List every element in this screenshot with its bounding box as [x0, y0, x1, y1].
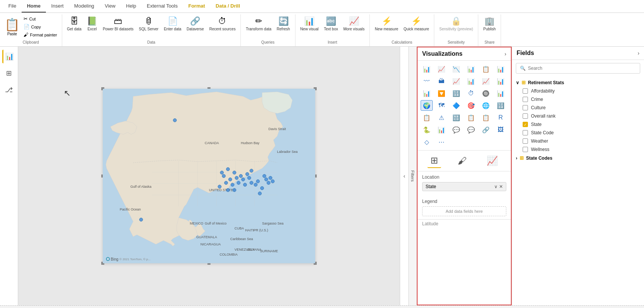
field-group-header-retirement-stats[interactable]: ∨⊞Retirement Stats — [512, 78, 644, 87]
viz-icon-smart-narrative[interactable]: 📊 — [435, 124, 448, 135]
viz-panel-chevron[interactable]: › — [504, 51, 506, 57]
viz-icon-python[interactable]: 🐍 — [421, 124, 433, 135]
viz-icon-map[interactable]: 🌍 — [421, 100, 433, 111]
tab-view[interactable]: View — [99, 0, 121, 13]
viz-icon-area[interactable]: 📉 — [450, 64, 462, 74]
viz-icon-area2[interactable]: 🏔 — [435, 76, 448, 86]
field-item-affordability[interactable]: Affordability — [512, 87, 644, 95]
viz-icon-funnel[interactable]: 📊 — [465, 76, 477, 86]
sidebar-icon-data-view[interactable]: ⊞ — [2, 66, 16, 80]
state-field-pill[interactable]: State ∨ ✕ — [422, 182, 506, 191]
viz-format-tab[interactable]: 🖌 — [455, 154, 470, 168]
field-item-weather[interactable]: Weather — [512, 137, 644, 145]
sensitivity-button[interactable]: 🔒 Sensitivity (preview) — [437, 15, 475, 33]
viz-icon-card[interactable]: 🔢 — [495, 100, 507, 111]
tab-file[interactable]: File — [3, 0, 22, 13]
tab-home[interactable]: Home — [22, 0, 46, 13]
field-item-culture[interactable]: Culture — [512, 104, 644, 112]
more-visuals-button[interactable]: 📈 More visuals — [341, 15, 366, 33]
viz-fields-tab[interactable]: ⊞ — [427, 154, 441, 168]
format-painter-button[interactable]: 🖌 Format painter — [22, 31, 59, 38]
field-group-header-state-codes[interactable]: ›⊞State Codes — [512, 154, 644, 162]
viz-icon-key-influences[interactable]: ⚠ — [435, 112, 448, 123]
pill-dropdown-icon[interactable]: ∨ — [494, 184, 498, 189]
viz-icon-treemap[interactable]: 🔽 — [435, 88, 448, 99]
power-bi-datasets-button[interactable]: 🗃 Power BI datasets — [101, 15, 135, 33]
viz-icon-word-cloud[interactable]: 💬 — [465, 124, 477, 135]
viz-icon-kpi[interactable]: 🔢 — [450, 88, 462, 99]
viz-icon-table[interactable]: 📋 — [480, 64, 492, 74]
sql-server-button[interactable]: 🛢 SQL Server — [137, 15, 160, 33]
cut-button[interactable]: ✂ Cut — [22, 15, 59, 22]
viz-icon-gauge[interactable]: ⏱ — [465, 88, 477, 99]
field-checkbox-state-code[interactable] — [523, 130, 528, 135]
transform-data-button[interactable]: ✏ Transform data — [244, 15, 273, 33]
field-checkbox-affordability[interactable] — [523, 88, 528, 94]
new-visual-button[interactable]: 📊 New visual — [298, 15, 320, 33]
viz-analytics-tab[interactable]: 📈 — [484, 154, 501, 168]
viz-icon-clustered-bar[interactable]: 📊 — [465, 64, 477, 74]
field-item-wellness[interactable]: Wellness — [512, 145, 644, 154]
tab-format[interactable]: Format — [183, 0, 210, 13]
tab-data-drill[interactable]: Data / Drill — [210, 0, 245, 13]
excel-button[interactable]: 📗 Excel — [85, 15, 99, 33]
field-checkbox-culture[interactable] — [523, 105, 528, 110]
viz-icon-r-visual[interactable]: R — [495, 112, 507, 123]
recent-sources-button[interactable]: ⏱ Recent sources — [207, 15, 237, 33]
viz-icon-filled-map[interactable]: 🗺 — [435, 100, 448, 111]
dataverse-button[interactable]: 🔗 Dataverse — [185, 15, 206, 33]
sidebar-icon-report-view[interactable]: 📊 — [2, 50, 16, 63]
tab-insert[interactable]: Insert — [46, 0, 69, 13]
pill-remove-icon[interactable]: ✕ — [499, 184, 503, 189]
viz-icon-combo[interactable]: 📊 — [495, 76, 507, 86]
fields-search-box[interactable]: 🔍 — [516, 63, 640, 74]
field-item-crime[interactable]: Crime — [512, 95, 644, 104]
field-checkbox-overall-rank[interactable] — [523, 113, 528, 119]
tab-help[interactable]: Help — [121, 0, 141, 13]
tab-external-tools[interactable]: External Tools — [141, 0, 183, 13]
viz-icon-arcgis[interactable]: 🌐 — [480, 100, 492, 111]
field-checkbox-weather[interactable] — [523, 138, 528, 144]
enter-data-button[interactable]: 📄 Enter data — [162, 15, 183, 33]
viz-icon-custom[interactable]: ◇ — [421, 137, 433, 147]
sidebar-icon-model-view[interactable]: ⎇ — [2, 83, 16, 97]
paste-button[interactable]: 📋 Paste — [3, 15, 21, 38]
viz-icon-waterfall[interactable]: 📊 — [495, 64, 507, 74]
map-visual[interactable]: ▽ ⊡ ··· State — [103, 89, 315, 263]
viz-icon-donut[interactable]: 📊 — [421, 88, 433, 99]
panel-collapse-button[interactable]: ‹ — [400, 47, 409, 305]
viz-icon-qna[interactable]: 🔠 — [450, 112, 462, 123]
publish-button[interactable]: 🏢 Publish — [481, 15, 498, 33]
field-checkbox-state[interactable]: ✓ — [523, 122, 528, 127]
field-item-state-code[interactable]: State Code — [512, 129, 644, 137]
search-input[interactable] — [528, 66, 636, 71]
get-data-button[interactable]: 🗄 Get data — [65, 15, 83, 33]
viz-icon-more[interactable]: ⋯ — [435, 137, 448, 147]
tab-modeling[interactable]: Modeling — [69, 0, 100, 13]
viz-icon-paginated[interactable]: 🔗 — [480, 124, 492, 135]
field-item-overall-rank[interactable]: Overall rank — [512, 112, 644, 120]
viz-icon-table2[interactable]: 📋 — [480, 112, 492, 123]
viz-icon-multicard[interactable]: 📋 — [421, 112, 433, 123]
viz-icon-shape-map[interactable]: 🔷 — [450, 100, 462, 111]
viz-icon-image[interactable]: 🖼 — [495, 124, 507, 135]
new-measure-button[interactable]: ⚡ New measure — [373, 15, 400, 33]
viz-icon-decomp[interactable]: 🎯 — [465, 100, 477, 111]
viz-icon-ribbon[interactable]: 〰 — [421, 76, 433, 86]
viz-icon-line[interactable]: 📈 — [435, 64, 448, 74]
field-item-state[interactable]: ✓State — [512, 120, 644, 129]
viz-icon-pie[interactable]: 🔘 — [480, 88, 492, 99]
field-checkbox-wellness[interactable] — [523, 147, 528, 152]
quick-measure-button[interactable]: ⚡ Quick measure — [402, 15, 431, 33]
viz-icon-line2[interactable]: 📈 — [480, 76, 492, 86]
field-checkbox-crime[interactable] — [523, 97, 528, 102]
viz-icon-scatter[interactable]: 📈 — [450, 76, 462, 86]
viz-icon-narrative[interactable]: 💬 — [450, 124, 462, 135]
refresh-button[interactable]: 🔄 Refresh — [275, 15, 292, 33]
text-box-button[interactable]: 🔤 Text box — [322, 15, 340, 33]
viz-icon-stacked[interactable]: 📊 — [495, 88, 507, 99]
fields-expand-icon[interactable]: › — [638, 50, 639, 56]
copy-button[interactable]: 📄 Copy — [22, 23, 59, 30]
viz-icon-stacked-bar[interactable]: 📊 — [421, 64, 433, 74]
viz-icon-matrix[interactable]: 📋 — [465, 112, 477, 123]
